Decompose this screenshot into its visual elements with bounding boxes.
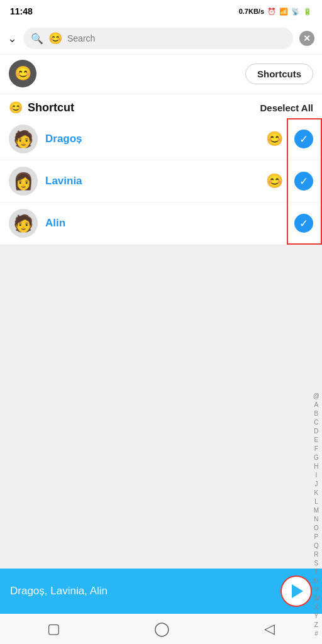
bottom-bar: Dragoș, Lavinia, Alin: [0, 569, 322, 614]
alphabet-letter[interactable]: #: [314, 630, 318, 638]
alphabet-letter[interactable]: I: [316, 471, 318, 479]
selected-names: Dragoș, Lavinia, Alin: [10, 585, 108, 597]
status-bar: 11:48 0.7KB/s ⏰ 📶 📡 🔋: [0, 0, 322, 23]
checkmark-icon: ✓: [299, 175, 308, 188]
status-time: 11:48: [10, 6, 33, 16]
deselect-all-button[interactable]: Deselect All: [260, 103, 314, 113]
list-item[interactable]: 🧑 Alin ✓: [0, 203, 322, 245]
alarm-icon: ⏰: [267, 8, 276, 16]
avatar-shortcuts-row: 😊 Shortcuts: [0, 55, 322, 94]
alphabet-letter[interactable]: J: [314, 480, 318, 488]
alphabet-letter[interactable]: X: [314, 603, 319, 611]
avatar-face: 🧑: [13, 130, 33, 149]
search-input-wrap[interactable]: 🔍 😊: [23, 28, 293, 49]
alphabet-letter[interactable]: T: [314, 568, 318, 576]
nav-square-icon[interactable]: ▢: [47, 621, 60, 637]
avatar-face: 👩: [13, 172, 33, 191]
contact-avatar: 🧑: [9, 125, 38, 153]
alphabet-letter[interactable]: A: [314, 401, 319, 409]
alphabet-letter[interactable]: P: [314, 533, 319, 541]
alphabet-letter[interactable]: F: [314, 445, 318, 453]
shortcut-header: 😊 Shortcut Deselect All: [0, 94, 322, 118]
contact-emoji-icon: 😊: [266, 131, 283, 147]
search-input[interactable]: [67, 33, 286, 43]
close-button[interactable]: ✕: [299, 31, 314, 46]
alphabet-letter[interactable]: D: [314, 427, 318, 435]
alphabet-letter[interactable]: V: [314, 586, 319, 594]
contact-avatar: 👩: [9, 167, 38, 196]
alphabet-letter[interactable]: E: [314, 436, 319, 444]
shortcuts-button[interactable]: Shortcuts: [245, 64, 313, 84]
contact-list: 🧑 Dragoș 😊 ✓ 👩 Lavinia 😊 ✓ 🧑 Alin ✓: [0, 118, 322, 245]
alphabet-letter[interactable]: Y: [314, 612, 319, 620]
alphabet-letter[interactable]: O: [314, 524, 319, 532]
alphabet-letter[interactable]: G: [314, 453, 319, 462]
contact-name: Alin: [45, 217, 287, 230]
alphabet-letter[interactable]: M: [314, 506, 319, 514]
user-avatar[interactable]: 😊: [9, 60, 36, 87]
alphabet-letter[interactable]: Z: [314, 621, 318, 629]
shortcut-emoji-icon: 😊: [9, 101, 23, 114]
checkmark-icon: ✓: [299, 217, 308, 230]
alphabet-index: @ABCDEFGHIJKLMNOPQRSTUVWXYZ#: [311, 389, 322, 640]
alphabet-letter[interactable]: U: [314, 577, 318, 585]
avatar-face: 🧑: [13, 214, 33, 233]
shortcut-title: 😊 Shortcut: [9, 101, 74, 114]
alphabet-letter[interactable]: W: [313, 594, 319, 602]
alphabet-letter[interactable]: C: [314, 418, 318, 426]
contact-checkbox[interactable]: ✓: [294, 214, 313, 233]
search-icon: 🔍: [31, 33, 43, 45]
avatar-emoji: 😊: [14, 65, 31, 82]
nav-bar: ▢ ◯ ◁: [0, 614, 322, 644]
alphabet-letter[interactable]: B: [314, 409, 319, 418]
wifi-icon: 📡: [291, 8, 300, 16]
alphabet-letter[interactable]: N: [314, 515, 318, 523]
search-bar: ⌄ 🔍 😊 ✕: [0, 23, 322, 55]
contact-emoji-icon: 😊: [266, 173, 283, 189]
contact-name: Lavinia: [45, 175, 258, 187]
nav-back-icon[interactable]: ◁: [264, 621, 275, 637]
contact-avatar: 🧑: [9, 209, 38, 238]
shortcut-title-text: Shortcut: [28, 101, 74, 114]
chevron-down-icon[interactable]: ⌄: [8, 31, 17, 45]
app-root: 11:48 0.7KB/s ⏰ 📶 📡 🔋 ⌄ 🔍 😊 ✕ 😊 Shortcut…: [0, 0, 322, 644]
status-right: 0.7KB/s ⏰ 📶 📡 🔋: [239, 8, 312, 16]
list-item[interactable]: 👩 Lavinia 😊 ✓: [0, 160, 322, 203]
alphabet-letter[interactable]: H: [314, 462, 318, 470]
alphabet-letter[interactable]: S: [314, 559, 319, 567]
alphabet-letter[interactable]: @: [313, 392, 319, 400]
checkmark-icon: ✓: [299, 133, 308, 146]
send-icon: [292, 584, 303, 598]
alphabet-letter[interactable]: R: [314, 550, 318, 558]
alphabet-letter[interactable]: L: [314, 497, 318, 506]
nav-circle-icon[interactable]: ◯: [154, 621, 170, 637]
contact-checkbox[interactable]: ✓: [294, 130, 313, 148]
alphabet-letter[interactable]: Q: [314, 541, 319, 550]
contact-name: Dragoș: [45, 133, 258, 145]
send-button[interactable]: [280, 575, 312, 607]
signal-icon: 📶: [279, 8, 288, 16]
bitmoji-icon[interactable]: 😊: [48, 31, 62, 45]
contact-checkbox[interactable]: ✓: [294, 172, 313, 191]
battery-icon: 🔋: [303, 8, 312, 16]
network-speed: 0.7KB/s: [239, 8, 264, 15]
alphabet-letter[interactable]: K: [314, 489, 319, 497]
list-item[interactable]: 🧑 Dragoș 😊 ✓: [0, 118, 322, 160]
